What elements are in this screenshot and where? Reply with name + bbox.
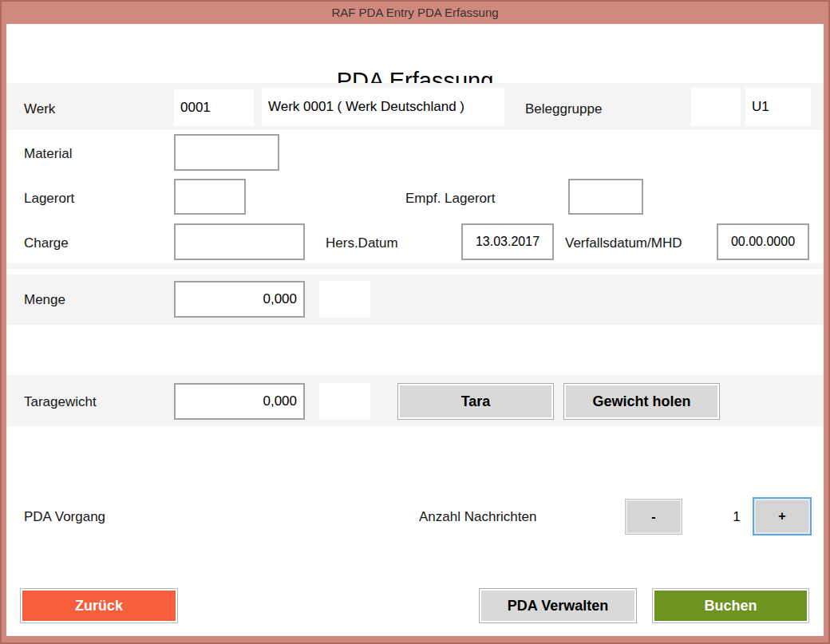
pda-vorgang-label: PDA Vorgang (24, 509, 105, 525)
taragewicht-unit-field[interactable] (319, 383, 370, 420)
beleggruppe-input-2[interactable] (745, 88, 811, 126)
menge-unit-field[interactable] (319, 281, 370, 318)
werk-description-input[interactable] (262, 88, 504, 126)
hers-datum-input[interactable] (461, 223, 554, 260)
material-label: Material (24, 146, 72, 162)
empf-lagerort-label: Empf. Lagerort (405, 191, 495, 207)
lagerort-code-input[interactable] (174, 179, 246, 215)
buchen-button[interactable]: Buchen (652, 588, 809, 623)
menge-row-background (6, 275, 824, 325)
pda-verwalten-button[interactable]: PDA Verwalten (479, 588, 637, 623)
werk-label: Werk (24, 101, 55, 117)
charge-input[interactable] (174, 223, 305, 260)
message-count-value: 1 (721, 509, 753, 525)
material-code-input[interactable] (174, 134, 279, 171)
charge-label: Charge (24, 235, 69, 251)
form-panel: PDA Erfassung Werk Beleggruppe Material … (6, 24, 824, 636)
tara-button[interactable]: Tara (397, 383, 554, 420)
lagerort-label: Lagerort (24, 191, 74, 207)
beleggruppe-label: Beleggruppe (525, 101, 602, 117)
zurueck-button[interactable]: Zurück (20, 588, 178, 623)
taragewicht-input[interactable] (174, 383, 305, 420)
section-divider-strip (6, 263, 824, 269)
verfallsdatum-label: Verfallsdatum/MHD (565, 235, 682, 251)
message-count-decrement-button[interactable]: - (625, 499, 682, 535)
lagerort-description-input[interactable] (254, 177, 397, 215)
app-window: RAF PDA Entry PDA Erfassung PDA Erfassun… (0, 0, 830, 644)
hers-datum-label: Hers.Datum (326, 235, 398, 251)
gewicht-holen-button[interactable]: Gewicht holen (563, 383, 720, 420)
anzahl-nachrichten-label: Anzahl Nachrichten (419, 509, 536, 525)
title-bar: RAF PDA Entry PDA Erfassung (0, 0, 830, 24)
menge-label: Menge (24, 292, 65, 308)
empf-lagerort-input[interactable] (568, 179, 643, 215)
message-count-increment-button[interactable]: + (753, 497, 812, 535)
material-description-input[interactable] (287, 132, 549, 171)
beleggruppe-input-1[interactable] (691, 88, 741, 126)
window-title: RAF PDA Entry PDA Erfassung (331, 6, 498, 19)
werk-code-input[interactable] (174, 89, 254, 126)
menge-input[interactable] (174, 281, 305, 318)
taragewicht-label: Taragewicht (24, 394, 97, 410)
verfallsdatum-input[interactable] (717, 223, 809, 260)
